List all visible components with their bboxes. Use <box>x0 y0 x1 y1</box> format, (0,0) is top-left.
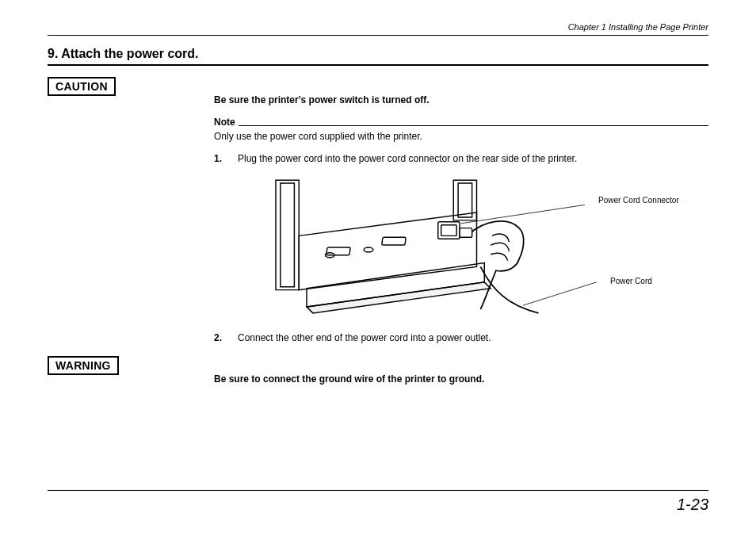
figure-power-cord: Power Cord Connector Power Cord <box>214 172 708 323</box>
svg-rect-6 <box>460 228 472 238</box>
step-number: 2. <box>214 332 238 343</box>
note-label: Note <box>214 117 239 128</box>
printer-illustration <box>214 172 708 323</box>
svg-line-8 <box>523 282 597 305</box>
svg-rect-3 <box>382 237 407 245</box>
title-rule <box>48 64 708 66</box>
caution-label: CAUTION <box>48 77 116 96</box>
svg-point-1 <box>364 247 373 252</box>
step-2: 2. Connect the other end of the power co… <box>214 332 708 343</box>
svg-line-7 <box>461 205 585 223</box>
step-number: 1. <box>214 153 238 164</box>
warning-label: WARNING <box>48 356 119 375</box>
warning-block: WARNING Be sure to connect the ground wi… <box>48 356 708 396</box>
step-text: Plug the power cord into the power cord … <box>238 153 577 164</box>
section-title: 9. Attach the power cord. <box>48 47 708 61</box>
callout-connector: Power Cord Connector <box>598 196 679 205</box>
note-body: Only use the power cord supplied with th… <box>214 131 708 142</box>
caution-text: Be sure the printer's power switch is tu… <box>214 94 708 105</box>
svg-rect-2 <box>326 247 351 255</box>
callout-cord: Power Cord <box>610 277 652 285</box>
step-text: Connect the other end of the power cord … <box>238 332 491 343</box>
note-underline <box>239 124 708 126</box>
warning-text: Be sure to connect the ground wire of th… <box>214 373 708 385</box>
chapter-header: Chapter 1 Installing the Page Printer <box>48 22 708 36</box>
caution-block: CAUTION Be sure the printer's power swit… <box>48 77 708 351</box>
svg-rect-5 <box>441 225 457 236</box>
note-header: Note <box>214 117 708 128</box>
step-1: 1. Plug the power cord into the power co… <box>214 153 708 164</box>
page-number: 1-23 <box>48 490 708 514</box>
